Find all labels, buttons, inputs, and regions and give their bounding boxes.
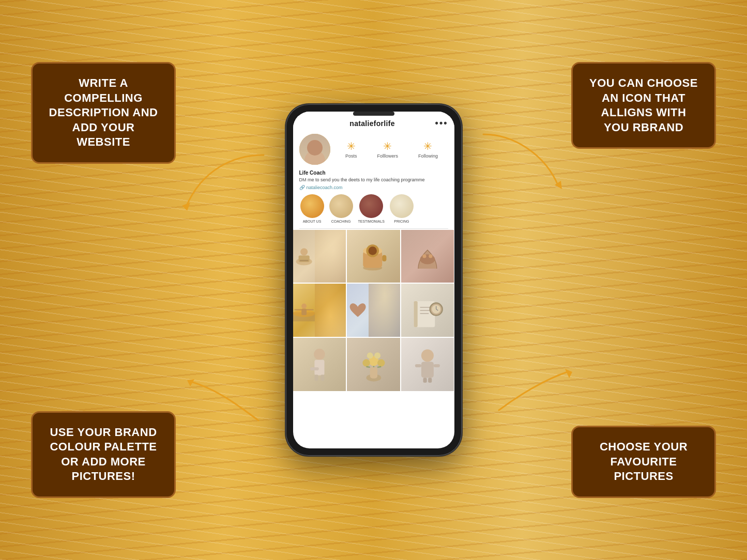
ig-bio-link: 🔗 nataliecoach.com <box>299 185 448 190</box>
photo-8 <box>347 338 400 391</box>
svg-rect-24 <box>414 301 418 327</box>
sun-icon-following: ✳ <box>423 140 432 152</box>
svg-rect-48 <box>421 362 434 378</box>
svg-rect-34 <box>310 367 319 370</box>
ig-stat-posts-label: Posts <box>345 153 357 159</box>
ig-highlight-pricing: PRICING <box>390 194 414 223</box>
arrow-bl-to-grid <box>176 374 269 426</box>
svg-rect-7 <box>299 260 308 261</box>
arrow-tl-to-bio <box>171 150 274 212</box>
photo-9-illustration <box>409 346 446 383</box>
svg-point-14 <box>420 254 435 264</box>
highlight-circle-testimonials <box>359 194 383 218</box>
photo-1 <box>293 230 346 283</box>
svg-point-42 <box>367 353 373 359</box>
phone-body: natalieforlife ••• <box>286 104 462 456</box>
grid-cell-8 <box>347 338 400 391</box>
photo-6-illustration <box>409 292 446 329</box>
grid-cell-9 <box>401 338 454 391</box>
svg-rect-35 <box>314 375 318 381</box>
svg-marker-3 <box>565 369 572 378</box>
ig-stats: ✳ Posts ✳ Folllowers ✳ Following <box>336 140 448 159</box>
highlight-label-aboutus: ABOUT US <box>303 220 322 223</box>
photo-7 <box>293 338 346 391</box>
svg-point-47 <box>421 350 434 362</box>
svg-point-43 <box>374 353 380 359</box>
tooltip-icon: YOU CAN CHOOSE AN ICON THAT ALLIGNS WITH… <box>571 62 716 149</box>
arrow-br-to-grid <box>489 364 582 415</box>
ig-highlight-coaching: COACHING <box>329 194 353 223</box>
photo-6 <box>401 284 454 337</box>
highlight-circle-aboutus <box>300 194 324 218</box>
grid-cell-1 <box>293 230 346 283</box>
highlight-label-testimonials: TESTIMONIALS <box>358 220 385 223</box>
ig-stat-following-label: Following <box>418 153 438 159</box>
ig-photo-grid <box>293 230 454 391</box>
highlight-label-coaching: COACHING <box>331 220 351 223</box>
svg-rect-50 <box>434 364 440 367</box>
ig-stat-following: ✳ Following <box>418 140 438 159</box>
svg-point-5 <box>300 248 308 255</box>
photo-2-illustration <box>358 240 390 272</box>
phone-notch <box>353 112 394 116</box>
tooltip-pictures: CHOOSE YOUR FAVOURITE PICTURES <box>571 426 716 498</box>
ig-bio: Life Coach DM me to send you the deets t… <box>299 170 448 190</box>
grid-cell-5 <box>347 284 400 337</box>
ig-bio-text: DM me to send you the deets to my life c… <box>299 177 448 183</box>
sun-icon-followers: ✳ <box>383 140 392 152</box>
svg-marker-0 <box>182 203 190 211</box>
svg-rect-51 <box>423 378 427 383</box>
ig-bio-title: Life Coach <box>299 170 448 176</box>
svg-line-45 <box>366 367 370 367</box>
tooltip-brand-colour: USE YOUR BRAND COLOUR PALETTE OR ADD MOR… <box>31 411 176 498</box>
grid-cell-6 <box>401 284 454 337</box>
svg-line-46 <box>377 367 381 367</box>
photo-3-illustration <box>409 238 446 275</box>
svg-point-12 <box>368 246 376 255</box>
grid-cell-2 <box>347 230 400 283</box>
phone-mockup: natalieforlife ••• <box>286 104 462 456</box>
ig-highlight-aboutus: ABOUT US <box>300 194 324 223</box>
tooltip-description: WRITE A COMPELLING DESCRIPTION AND ADD Y… <box>31 62 176 164</box>
photo-4 <box>293 284 346 337</box>
svg-point-19 <box>301 303 307 308</box>
ig-highlights: ABOUT US COACHING TESTIMONIALS PRICING <box>299 194 448 223</box>
svg-rect-38 <box>370 367 377 379</box>
svg-rect-52 <box>428 378 432 383</box>
phone-screen: natalieforlife ••• <box>293 112 454 448</box>
photo-1-illustration <box>293 238 315 275</box>
ig-highlight-testimonials: TESTIMONIALS <box>358 194 385 223</box>
photo-9 <box>401 338 454 391</box>
ig-header: natalieforlife ••• <box>299 118 448 129</box>
photo-5 <box>347 284 400 337</box>
photo-2 <box>347 230 400 283</box>
svg-point-40 <box>362 360 370 367</box>
svg-rect-20 <box>301 308 307 315</box>
svg-point-32 <box>314 349 325 360</box>
svg-rect-13 <box>382 255 386 261</box>
ig-username: natalieforlife <box>349 119 394 128</box>
photo-5-illustration <box>347 292 369 329</box>
photo-7-illustration <box>301 346 338 383</box>
highlight-circle-coaching <box>329 194 353 218</box>
ig-stat-posts: ✳ Posts <box>345 140 357 159</box>
highlight-circle-pricing <box>390 194 414 218</box>
photo-4-illustration <box>293 292 315 329</box>
svg-rect-36 <box>321 375 324 381</box>
highlight-label-pricing: PRICING <box>394 220 409 223</box>
grid-cell-4 <box>293 284 346 337</box>
arrow-tr-to-highlights <box>473 129 576 191</box>
ig-avatar <box>299 134 330 165</box>
photo-8-illustration <box>355 346 392 383</box>
ig-stat-followers-label: Folllowers <box>377 153 398 159</box>
photo-3 <box>401 230 454 283</box>
ig-stats-row: ✳ Posts ✳ Folllowers ✳ Following <box>299 134 448 165</box>
svg-point-41 <box>377 360 385 367</box>
ig-divider <box>299 228 448 229</box>
grid-cell-7 <box>293 338 346 391</box>
grid-cell-3 <box>401 230 454 283</box>
sun-icon-posts: ✳ <box>347 140 356 152</box>
svg-point-16 <box>429 254 433 258</box>
ig-stat-followers: ✳ Folllowers <box>377 140 398 159</box>
instagram-profile: natalieforlife ••• <box>293 112 454 229</box>
